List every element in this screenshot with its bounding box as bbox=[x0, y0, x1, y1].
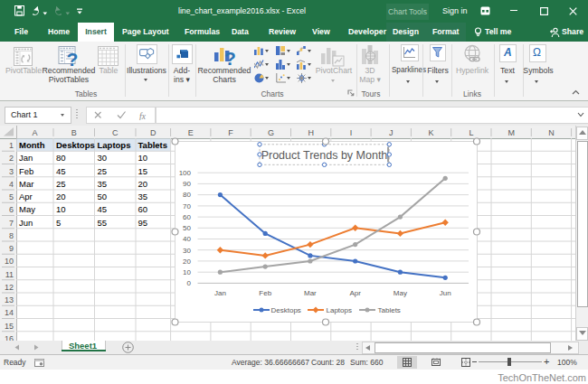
svg-text:A: A bbox=[32, 128, 37, 137]
svg-text:N: N bbox=[548, 128, 555, 137]
svg-text:9: 9 bbox=[9, 244, 14, 253]
svg-text:95: 95 bbox=[138, 218, 148, 228]
svg-text:Tablets: Tablets bbox=[138, 140, 168, 150]
svg-text:10: 10 bbox=[5, 257, 14, 266]
svg-text:5: 5 bbox=[56, 218, 61, 228]
svg-text:11: 11 bbox=[5, 270, 14, 279]
svg-text:5: 5 bbox=[9, 192, 14, 201]
svg-text:Desktops: Desktops bbox=[271, 306, 301, 314]
svg-text:16: 16 bbox=[5, 334, 14, 341]
svg-text:Jan: Jan bbox=[214, 289, 226, 297]
svg-text:50: 50 bbox=[98, 192, 108, 201]
svg-text:70: 70 bbox=[183, 202, 191, 211]
svg-text:60: 60 bbox=[183, 213, 191, 221]
svg-text:May: May bbox=[394, 289, 407, 297]
svg-text:Mar: Mar bbox=[304, 289, 317, 297]
svg-text:Laptops: Laptops bbox=[327, 306, 352, 314]
svg-text:50: 50 bbox=[183, 224, 191, 232]
svg-text:15: 15 bbox=[5, 322, 14, 331]
svg-text:25: 25 bbox=[56, 179, 66, 189]
svg-text:D: D bbox=[150, 128, 156, 137]
svg-text:80: 80 bbox=[183, 191, 191, 199]
svg-text:20: 20 bbox=[138, 179, 148, 189]
svg-text:14: 14 bbox=[5, 308, 14, 317]
svg-text:C: C bbox=[112, 128, 119, 137]
svg-text:90: 90 bbox=[183, 180, 191, 188]
svg-text:30: 30 bbox=[98, 153, 108, 163]
svg-text:May: May bbox=[19, 204, 35, 214]
svg-text:Mar: Mar bbox=[19, 179, 33, 189]
svg-text:Laptops: Laptops bbox=[98, 140, 131, 150]
svg-text:35: 35 bbox=[138, 192, 148, 201]
svg-text:40: 40 bbox=[183, 235, 191, 243]
svg-text:13: 13 bbox=[5, 295, 14, 304]
svg-text:30: 30 bbox=[183, 247, 191, 255]
svg-text:Jun: Jun bbox=[19, 218, 33, 228]
svg-text:15: 15 bbox=[138, 166, 148, 176]
svg-text:Jun: Jun bbox=[440, 289, 451, 297]
svg-text:10: 10 bbox=[56, 204, 66, 214]
svg-text:Feb: Feb bbox=[19, 166, 33, 176]
svg-text:1: 1 bbox=[9, 141, 14, 150]
svg-text:55: 55 bbox=[98, 218, 108, 228]
svg-text:B: B bbox=[71, 128, 77, 137]
svg-text:20: 20 bbox=[56, 192, 66, 201]
svg-text:8: 8 bbox=[9, 231, 14, 240]
svg-text:fx: fx bbox=[139, 112, 147, 121]
svg-text:Feb: Feb bbox=[259, 289, 271, 297]
svg-text:Month: Month bbox=[19, 140, 45, 150]
svg-text:6: 6 bbox=[9, 205, 14, 214]
svg-text:7: 7 bbox=[9, 219, 14, 228]
svg-text:4: 4 bbox=[9, 180, 14, 189]
svg-text:3: 3 bbox=[9, 167, 14, 176]
svg-text:35: 35 bbox=[98, 179, 108, 189]
svg-text:Desktops: Desktops bbox=[56, 140, 95, 150]
svg-text:10: 10 bbox=[183, 268, 191, 276]
svg-text:20: 20 bbox=[183, 258, 191, 266]
svg-text:45: 45 bbox=[98, 204, 108, 214]
svg-text:80: 80 bbox=[56, 153, 66, 163]
svg-text:M: M bbox=[507, 128, 515, 137]
svg-text:Jan: Jan bbox=[19, 153, 33, 163]
svg-text:?: ? bbox=[224, 48, 236, 66]
svg-text:2: 2 bbox=[9, 154, 14, 163]
svg-text:Apr: Apr bbox=[19, 192, 33, 201]
svg-text:Product Trends by Month: Product Trends by Month bbox=[261, 149, 388, 162]
svg-text:45: 45 bbox=[56, 166, 66, 176]
svg-text:10: 10 bbox=[138, 153, 148, 163]
svg-text:Apr: Apr bbox=[349, 289, 361, 297]
svg-text:12: 12 bbox=[5, 283, 14, 292]
svg-text:100: 100 bbox=[179, 169, 192, 177]
svg-text:60: 60 bbox=[138, 204, 148, 214]
svg-text:25: 25 bbox=[98, 166, 108, 176]
svg-text:Tablets: Tablets bbox=[378, 306, 401, 314]
svg-text:0: 0 bbox=[187, 279, 192, 287]
